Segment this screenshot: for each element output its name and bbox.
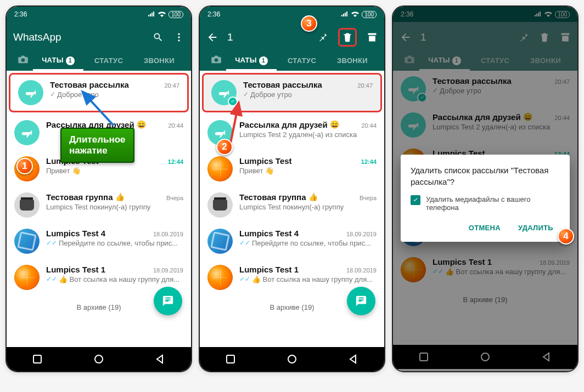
status-time: 2:36 [14, 10, 27, 18]
delete-icon[interactable] [338, 28, 357, 47]
chat-name: Lumpics Test [239, 156, 292, 166]
android-navbar [200, 347, 384, 371]
svg-point-0 [178, 33, 179, 35]
tab-chats[interactable]: ЧАТЫ1 [226, 50, 277, 71]
svg-line-6 [231, 103, 239, 143]
svg-point-8 [288, 355, 296, 363]
android-navbar [7, 347, 191, 371]
chat-name: Lumpics Test 4 [239, 229, 299, 238]
status-bar: 2:36 100 [200, 7, 384, 22]
nav-home[interactable] [287, 354, 297, 364]
annotation-step-1: 1 [16, 158, 33, 174]
annotation-arrow [72, 86, 122, 130]
tab-calls[interactable]: ЗВОНКИ [134, 51, 184, 70]
chat-preview: ✓✓👍 Вот ссылка на нашу группу для... [46, 275, 183, 283]
nav-recent[interactable] [32, 354, 42, 364]
camera-tab[interactable] [13, 55, 33, 66]
camera-tab[interactable] [206, 55, 226, 66]
chat-preview: Привет 👋 [46, 167, 183, 175]
chat-name: Тестовая группа 👍 [239, 192, 318, 202]
status-bar: 2:36 100 [7, 7, 191, 22]
chat-item[interactable]: Lumpics Test 418.09.2019 ✓✓Перейдите по … [7, 223, 191, 259]
tab-bar: ЧАТЫ1 СТАТУС ЗВОНКИ [13, 50, 184, 71]
avatar [207, 192, 233, 218]
phone-screenshot-3: 2:36 100 1 ЧАТЫ1 СТАТУС ЗВОНКИ [392, 5, 579, 372]
chat-time: 20:44 [361, 122, 377, 129]
chat-preview: ✓✓Перейдите по ссылке, чтобы прис... [46, 239, 183, 247]
chat-item[interactable]: Тестовая группа 👍Вчера Lumpics Test поки… [200, 187, 384, 223]
svg-rect-7 [227, 355, 234, 363]
tab-chats[interactable]: ЧАТЫ1 [33, 50, 83, 71]
tab-status[interactable]: СТАТУС [277, 51, 327, 70]
new-chat-fab[interactable] [347, 287, 375, 315]
annotation-step-3: 3 [301, 15, 317, 32]
chat-preview: Lumpics Test покинул(-а) группу [46, 203, 183, 211]
back-icon[interactable] [206, 31, 218, 43]
chat-time: 18.09.2019 [346, 231, 377, 237]
annotation-step-4: 4 [558, 228, 574, 245]
pin-icon[interactable] [317, 28, 328, 47]
annotation-step-2: 2 [216, 139, 233, 155]
cancel-button[interactable]: ОТМЕНА [462, 219, 507, 236]
chat-name: Lumpics Test 1 [46, 265, 105, 274]
tab-bar: ЧАТЫ1 СТАТУС ЗВОНКИ [206, 50, 378, 71]
chat-name: Тестовая группа 👍 [46, 192, 125, 202]
tab-calls[interactable]: ЗВОНКИ [327, 51, 378, 70]
app-bar-selection: 1 ЧАТЫ1 СТАТУС ЗВОНКИ [200, 22, 384, 71]
avatar [14, 265, 40, 290]
search-icon[interactable] [153, 32, 164, 43]
avatar [14, 192, 40, 218]
avatar [207, 156, 233, 181]
nav-home[interactable] [94, 354, 104, 364]
dialog-title: Удалить список рассылки "Тестовая рассыл… [411, 164, 560, 188]
chat-list: Тестовая рассылка20:47 ✓Доброе утро Расс… [200, 73, 384, 347]
annotation-tooltip: Длительноенажатие [60, 128, 134, 163]
chat-time: Вчера [166, 195, 183, 201]
nav-recent[interactable] [226, 354, 235, 364]
svg-point-5 [95, 355, 103, 363]
avatar [14, 229, 40, 254]
chat-preview: Lumpics Test покинул(-а) группу [239, 203, 377, 211]
chat-time: 20:44 [168, 122, 183, 129]
new-chat-fab[interactable] [154, 287, 182, 315]
svg-line-3 [82, 92, 114, 126]
svg-rect-4 [33, 355, 41, 363]
chat-item[interactable]: Тестовая группа 👍Вчера Lumpics Test поки… [7, 187, 191, 223]
chat-time: 20:47 [357, 82, 373, 89]
chat-time: 18.09.2019 [153, 267, 183, 274]
chat-time: 18.09.2019 [346, 267, 377, 274]
phone-screenshot-2: 2:36 100 1 ЧАТЫ1 СТАТУС ЗВОНКИ [199, 5, 385, 372]
chat-preview: ✓Доброе утро [243, 90, 373, 99]
svg-point-2 [178, 39, 179, 41]
chat-name: Lumpics Test 4 [46, 229, 105, 238]
nav-back[interactable] [349, 354, 358, 364]
dialog-checkbox[interactable]: Удалить медиафайлы с вашего телефона [411, 195, 560, 212]
tab-status[interactable]: СТАТУС [83, 51, 134, 70]
chat-name: Lumpics Test 1 [239, 265, 299, 274]
app-title: WhatsApp [13, 31, 144, 43]
annotation-arrow [225, 98, 258, 147]
chat-preview: Lumpics Test 2 удален(-а) из списка [239, 130, 377, 139]
more-icon[interactable] [173, 32, 184, 43]
nav-back[interactable] [155, 354, 165, 364]
phone-screenshot-1: 2:36 100 WhatsApp ЧАТЫ1 СТАТУС ЗВОНКИ Те… [5, 5, 192, 372]
chat-name: Тестовая рассылка [243, 80, 322, 89]
svg-point-1 [178, 36, 179, 38]
selection-count: 1 [227, 31, 308, 43]
chat-list: Тестовая рассылка20:47 ✓Доброе утро Расс… [7, 73, 191, 347]
checkbox-checked-icon [411, 195, 420, 205]
chat-item[interactable]: Lumpics Test 418.09.2019 ✓✓Перейдите по … [200, 223, 384, 259]
avatar [207, 265, 233, 290]
delete-dialog: Удалить список рассылки "Тестовая рассыл… [401, 155, 570, 242]
chat-item[interactable]: Lumpics Test12:44 Привет 👋 [200, 151, 384, 187]
status-indicators: 100 [341, 11, 377, 18]
chat-time: 20:47 [164, 82, 179, 89]
chat-time: 12:44 [361, 158, 377, 165]
status-indicators: 100 [148, 11, 183, 18]
chat-time: 18.09.2019 [153, 231, 183, 237]
archive-icon[interactable] [367, 28, 378, 47]
delete-button[interactable]: УДАЛИТЬ [512, 219, 560, 236]
chat-preview: ✓✓👍 Вот ссылка на нашу группу для... [239, 275, 377, 283]
chat-preview: ✓✓Перейдите по ссылке, чтобы прис... [239, 239, 377, 247]
broadcast-avatar [14, 120, 40, 145]
